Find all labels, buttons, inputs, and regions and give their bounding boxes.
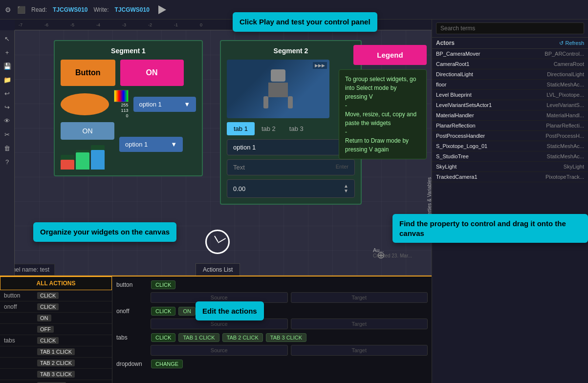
widget-dropdown-2[interactable]: option 1 ▼ bbox=[119, 137, 183, 152]
ruler-tick: -3 bbox=[122, 22, 126, 27]
tab-1[interactable]: tab 1 bbox=[227, 122, 255, 135]
actor-row[interactable]: TrackedCamera1 PixotopeTrack... bbox=[432, 172, 588, 182]
action-tag-on[interactable]: ON bbox=[37, 315, 51, 321]
tooltip-organize: Organize your widgets on the canvas bbox=[33, 222, 176, 242]
editor-widget-onoff: onoff bbox=[116, 308, 148, 315]
folder-tool[interactable]: 📁 bbox=[1, 74, 13, 85]
editor-target-onoff[interactable]: Target bbox=[291, 319, 428, 329]
color-b: 0 bbox=[126, 113, 129, 118]
editor-widget-dropdown: dropdown bbox=[116, 361, 148, 367]
action-row-tab3: TAB 3 CLICK bbox=[0, 369, 112, 380]
tab-2[interactable]: tab 2 bbox=[255, 122, 283, 135]
search-bar bbox=[432, 20, 588, 38]
action-tag-off[interactable]: OFF bbox=[37, 326, 54, 333]
ruler-tick: 0 bbox=[200, 22, 202, 27]
action-tag-click[interactable]: CLICK bbox=[37, 292, 59, 299]
editor-row-dropdown: dropdown CHANGE bbox=[116, 360, 428, 368]
actor-row[interactable]: PostProcessHandler PostProcessH... bbox=[432, 131, 588, 141]
segment-1-title: Segment 1 bbox=[61, 47, 196, 55]
editor-btn-click-onoff[interactable]: CLICK bbox=[151, 307, 175, 316]
widget-on-2[interactable]: ON bbox=[61, 122, 114, 140]
widget-number-input[interactable]: 0.00 ▲ ▼ bbox=[227, 179, 355, 198]
action-row-onoff-on: ON bbox=[0, 313, 112, 324]
action-tag-onoff-click[interactable]: CLICK bbox=[37, 303, 59, 310]
action-tag-tab3[interactable]: TAB 3 CLICK bbox=[37, 371, 75, 378]
editor-btn-on[interactable]: ON bbox=[178, 307, 196, 316]
actor-row[interactable]: S_StudioTree StaticMeshAc... bbox=[432, 151, 588, 162]
editor-btn-change[interactable]: CHANGE bbox=[151, 360, 183, 368]
editor-btn-tab3[interactable]: TAB 3 CLICK bbox=[266, 333, 306, 342]
refresh-button[interactable]: ↺ Refresh bbox=[559, 40, 584, 46]
actor-row[interactable]: CameraRoot1 CameraRoot bbox=[432, 59, 588, 69]
widget-dropdown-seg2[interactable]: option 1 ▼ bbox=[227, 139, 355, 155]
actor-row[interactable]: PlanarReflection PlanarReflecti... bbox=[432, 121, 588, 131]
editor-target-button[interactable]: Target bbox=[291, 292, 428, 303]
read-label: Read: bbox=[31, 6, 47, 13]
widget-text-input[interactable]: Text Enter bbox=[227, 159, 355, 175]
add-tool[interactable]: + bbox=[1, 46, 13, 58]
robot-body bbox=[268, 83, 288, 97]
widget-button[interactable]: Button bbox=[61, 60, 115, 86]
tooltip-edit-actions: Edit the actions bbox=[196, 301, 264, 321]
undo-tool[interactable]: ↩ bbox=[1, 87, 13, 99]
editor-btn-click-tabs[interactable]: CLICK bbox=[151, 333, 175, 342]
robot-arm-right bbox=[288, 96, 293, 108]
save-tool[interactable]: 💾 bbox=[1, 60, 13, 72]
action-tag-tab2[interactable]: TAB 2 CLICK bbox=[37, 360, 75, 366]
actor-row[interactable]: Level Blueprint LVL_Pixotope... bbox=[432, 90, 588, 100]
widget-bar-chart bbox=[61, 143, 114, 170]
play-button[interactable] bbox=[155, 3, 169, 17]
cursor-tool[interactable]: ↖ bbox=[1, 33, 13, 44]
widget-on-off[interactable]: ON bbox=[120, 60, 184, 86]
robot-graphic bbox=[263, 69, 293, 108]
bottom-panel: ALL ACTIONS button CLICK onoff CLICK ON … bbox=[0, 276, 432, 383]
search-input[interactable] bbox=[436, 22, 584, 34]
actor-row[interactable]: MaterialHandler MaterialHandl... bbox=[432, 110, 588, 121]
tab-3[interactable]: tab 3 bbox=[283, 122, 310, 135]
help-tool[interactable]: ? bbox=[1, 156, 13, 168]
editor-divider-onoff: Source Target bbox=[116, 319, 428, 329]
actor-row[interactable]: floor StaticMeshAc... bbox=[432, 80, 588, 90]
editor-widget-tabs: tabs bbox=[116, 334, 148, 341]
all-actions-panel: ALL ACTIONS button CLICK onoff CLICK ON … bbox=[0, 277, 112, 383]
trash-tool[interactable]: 🗑 bbox=[1, 142, 13, 154]
spin-down[interactable]: ▼ bbox=[344, 189, 348, 193]
editor-btn-tab1[interactable]: TAB 1 CLICK bbox=[178, 333, 219, 342]
action-editor: button CLICK Source Target onoff CLICK O… bbox=[112, 277, 432, 383]
editor-divider-tabs: Source Target bbox=[116, 345, 428, 356]
write-value: TJCGWS010 bbox=[115, 6, 150, 13]
action-row-button: button CLICK bbox=[0, 290, 112, 301]
editor-target-tabs[interactable]: Target bbox=[291, 345, 428, 356]
redo-tool[interactable]: ↪ bbox=[1, 101, 13, 113]
color-g: 113 bbox=[121, 108, 129, 113]
clock-hour-hand bbox=[214, 235, 218, 242]
legend-text: To group select widgets, go into Select … bbox=[339, 69, 427, 159]
action-row-tab1: TAB 1 CLICK bbox=[0, 346, 112, 358]
editor-divider-button: Source Target bbox=[116, 292, 428, 303]
gear-icon: ⚙ bbox=[5, 6, 11, 14]
editor-source-tabs[interactable]: Source bbox=[151, 345, 288, 356]
editor-btn-click-button[interactable]: CLICK bbox=[151, 280, 175, 289]
editor-row-button: button CLICK bbox=[116, 280, 428, 289]
action-row-dropdown: dropdown CHANGE bbox=[0, 380, 112, 383]
action-row-tabs: tabs CLICK bbox=[0, 335, 112, 346]
action-tag-tab1[interactable]: TAB 1 CLICK bbox=[37, 348, 75, 355]
eye-tool[interactable]: 👁 bbox=[1, 115, 13, 127]
widget-tabs: tab 1 tab 2 tab 3 bbox=[227, 122, 355, 135]
actor-row[interactable]: S_Pixotope_Logo_01 StaticMeshAc... bbox=[432, 141, 588, 151]
widget-image: ▶▶▶ bbox=[227, 60, 329, 118]
widget-color-picker[interactable]: 255 113 0 bbox=[114, 90, 129, 118]
actor-row[interactable]: DirectionalLight DirectionalLight bbox=[432, 69, 588, 80]
actor-row[interactable]: LevelVariantSetsActor1 LevelVariantS... bbox=[432, 100, 588, 110]
right-panel: Properties & Variables Actors ↺ Refresh … bbox=[432, 20, 588, 383]
ruler-tick: -7 bbox=[19, 22, 22, 27]
actor-row[interactable]: SkyLight SkyLight bbox=[432, 162, 588, 172]
tooltip-find-property: Find the property to control and drag it… bbox=[392, 214, 588, 243]
editor-btn-tab2[interactable]: TAB 2 CLICK bbox=[222, 333, 263, 342]
actions-list-tab[interactable]: Actions List bbox=[196, 263, 240, 276]
actor-row[interactable]: BP_CameraMover BP_ARControl... bbox=[432, 49, 588, 59]
cut-tool[interactable]: ✂ bbox=[1, 128, 13, 140]
action-name-button: button bbox=[4, 292, 33, 299]
action-tag-tabs-click[interactable]: CLICK bbox=[37, 337, 59, 344]
widget-dropdown-1[interactable]: option 1 ▼ bbox=[133, 97, 196, 112]
